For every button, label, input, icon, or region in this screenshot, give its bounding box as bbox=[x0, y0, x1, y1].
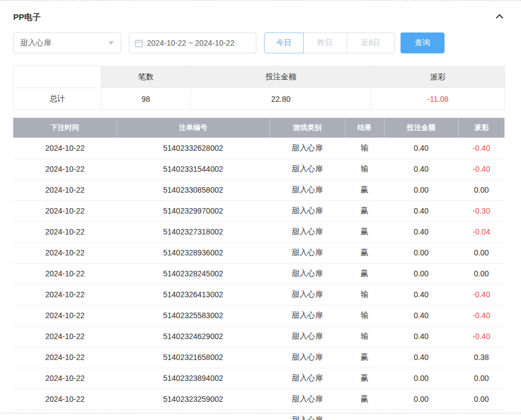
order-id-cell: 51402331544002 bbox=[117, 159, 270, 179]
bet-amount-cell: 0.40 bbox=[384, 347, 458, 368]
bet-time-cell: 2024-10-22 bbox=[13, 305, 117, 326]
game-type-cell: 甜入心扉 bbox=[270, 368, 345, 389]
payout-cell: 0.00 bbox=[458, 242, 504, 263]
game-type-cell: 甜入心扉 bbox=[270, 242, 345, 263]
table-row: 2024-10-2251402324629002甜入心扉输0.40-0.40 bbox=[13, 326, 504, 347]
panel-title: PP电子 bbox=[13, 12, 41, 23]
recent-8-days-button[interactable]: 近8日 bbox=[347, 32, 395, 53]
order-id-cell: 51402328936002 bbox=[117, 242, 270, 263]
game-type-cell: 甜入心扉 bbox=[270, 221, 345, 242]
bet-time-cell: 2024-10-22 bbox=[13, 242, 117, 263]
bet-amount-cell: 0.40 bbox=[384, 200, 458, 221]
pp-electronic-panel: PP电子 甜入心扉 2024-10-22 ~ 2024-10-22 今日 昨日 … bbox=[0, 0, 521, 420]
game-type-cell: 甜入心扉 bbox=[270, 138, 345, 159]
col-header-game-type: 游戏类别 bbox=[270, 118, 345, 138]
table-row: 2024-10-2251402326413002甜入心扉输0.40-0.40 bbox=[13, 284, 504, 305]
bet-amount-cell: 0.00 bbox=[384, 263, 458, 284]
date-range-value: 2024-10-22 ~ 2024-10-22 bbox=[147, 39, 234, 47]
bet-time-cell: 2024-10-22 bbox=[13, 159, 117, 179]
table-row: 2024-10-2251402328245002甜入心扉赢0.000.00 bbox=[13, 263, 504, 284]
yesterday-button[interactable]: 昨日 bbox=[303, 32, 347, 53]
payout-cell: 0.00 bbox=[458, 179, 504, 200]
table-row: 甜入心扉 bbox=[13, 410, 504, 420]
payout-cell: -0.40 bbox=[458, 326, 504, 347]
result-cell: 赢 bbox=[345, 368, 384, 389]
payout-cell: 0.00 bbox=[458, 389, 504, 410]
bet-amount-cell: 0.00 bbox=[384, 368, 458, 389]
table-row: 2024-10-2251402321658002甜入心扉赢0.400.38 bbox=[13, 347, 504, 368]
quick-range-button-group: 今日 昨日 近8日 bbox=[264, 32, 395, 53]
result-cell: 赢 bbox=[345, 221, 384, 242]
date-range-picker[interactable]: 2024-10-22 ~ 2024-10-22 bbox=[129, 32, 256, 53]
bet-amount-cell: 0.40 bbox=[384, 284, 458, 305]
bet-time-cell: 2024-10-22 bbox=[13, 138, 117, 159]
payout-cell: -0.40 bbox=[458, 138, 504, 159]
game-type-cell: 甜入心扉 bbox=[270, 347, 345, 368]
game-type-cell: 甜入心扉 bbox=[270, 326, 345, 347]
col-header-order-id: 注单编号 bbox=[117, 118, 270, 138]
game-type-cell: 甜入心扉 bbox=[270, 305, 345, 326]
chevron-up-icon bbox=[495, 13, 504, 22]
table-row: 2024-10-2251402330858002甜入心扉赢0.000.00 bbox=[13, 179, 504, 200]
bet-amount-cell: 0.40 bbox=[384, 221, 458, 242]
bet-amount-cell: 0.40 bbox=[384, 138, 458, 159]
game-type-cell: 甜入心扉 bbox=[270, 389, 345, 410]
result-cell: 赢 bbox=[345, 200, 384, 221]
payout-cell bbox=[458, 410, 504, 420]
calendar-icon bbox=[135, 39, 143, 47]
summary-header-payout: 派彩 bbox=[371, 66, 505, 88]
result-cell: 输 bbox=[345, 305, 384, 326]
payout-cell: 0.00 bbox=[458, 368, 504, 389]
summary-bet-amount-value: 22.80 bbox=[191, 88, 371, 110]
bet-time-cell: 2024-10-22 bbox=[13, 200, 117, 221]
summary-table: 笔数 投注金额 派彩 总计 98 22.80 -11.08 bbox=[13, 66, 505, 110]
summary-payout-value: -11.08 bbox=[371, 88, 505, 110]
order-id-cell: 51402332628002 bbox=[117, 138, 270, 159]
summary-header-blank bbox=[14, 66, 101, 88]
bet-amount-cell: 0.00 bbox=[384, 242, 458, 263]
summary-header-bet-amount: 投注金额 bbox=[191, 66, 371, 88]
payout-cell: -0.40 bbox=[458, 305, 504, 326]
col-header-result: 结果 bbox=[345, 118, 384, 138]
game-select[interactable]: 甜入心扉 bbox=[13, 32, 121, 53]
order-id-cell: 51402329970002 bbox=[117, 200, 270, 221]
game-type-cell: 甜入心扉 bbox=[270, 159, 345, 179]
bet-amount-cell: 0.40 bbox=[384, 305, 458, 326]
col-header-bet-amount: 投注金额 bbox=[384, 118, 458, 138]
result-cell: 赢 bbox=[345, 389, 384, 410]
order-id-cell: 51402327318002 bbox=[117, 221, 270, 242]
table-row: 2024-10-2251402323894002甜入心扉赢0.000.00 bbox=[13, 368, 504, 389]
collapse-button[interactable] bbox=[495, 13, 504, 22]
today-button[interactable]: 今日 bbox=[264, 32, 304, 53]
col-header-bet-time: 下注时间 bbox=[13, 118, 117, 138]
game-type-cell: 甜入心扉 bbox=[270, 410, 345, 420]
game-select-value: 甜入心扉 bbox=[20, 38, 51, 48]
bet-time-cell: 2024-10-22 bbox=[13, 221, 117, 242]
filter-row: 甜入心扉 2024-10-22 ~ 2024-10-22 今日 昨日 近8日 查… bbox=[13, 32, 504, 53]
summary-total-label: 总计 bbox=[14, 88, 101, 110]
order-id-cell: 51402323259002 bbox=[117, 389, 270, 410]
summary-header-count: 笔数 bbox=[101, 66, 191, 88]
bet-time-cell: 2024-10-22 bbox=[13, 326, 117, 347]
table-row: 2024-10-2251402323259002甜入心扉赢0.000.00 bbox=[13, 389, 504, 410]
query-button[interactable]: 查询 bbox=[401, 32, 445, 53]
order-id-cell: 51402324629002 bbox=[117, 326, 270, 347]
result-cell: 输 bbox=[345, 326, 384, 347]
col-header-payout: 派彩 bbox=[458, 118, 504, 138]
bet-amount-cell: 0.40 bbox=[384, 159, 458, 179]
bet-time-cell: 2024-10-22 bbox=[13, 284, 117, 305]
bet-time-cell: 2024-10-22 bbox=[13, 368, 117, 389]
table-row: 2024-10-2251402329970002甜入心扉赢0.40-0.30 bbox=[13, 200, 504, 221]
game-type-cell: 甜入心扉 bbox=[270, 284, 345, 305]
table-row: 2024-10-2251402328936002甜入心扉赢0.000.00 bbox=[13, 242, 504, 263]
table-row: 2024-10-2251402327318002甜入心扉赢0.40-0.04 bbox=[13, 221, 504, 242]
order-id-cell: 51402321658002 bbox=[117, 347, 270, 368]
bets-table-body: 2024-10-2251402332628002甜入心扉输0.40-0.4020… bbox=[13, 138, 504, 420]
chevron-down-icon bbox=[108, 41, 114, 45]
payout-cell: -0.30 bbox=[458, 200, 504, 221]
game-type-cell: 甜入心扉 bbox=[270, 263, 345, 284]
summary-header-row: 笔数 投注金额 派彩 bbox=[14, 66, 505, 88]
bet-time-cell: 2024-10-22 bbox=[13, 389, 117, 410]
result-cell: 赢 bbox=[345, 179, 384, 200]
bet-amount-cell: 0.00 bbox=[384, 179, 458, 200]
